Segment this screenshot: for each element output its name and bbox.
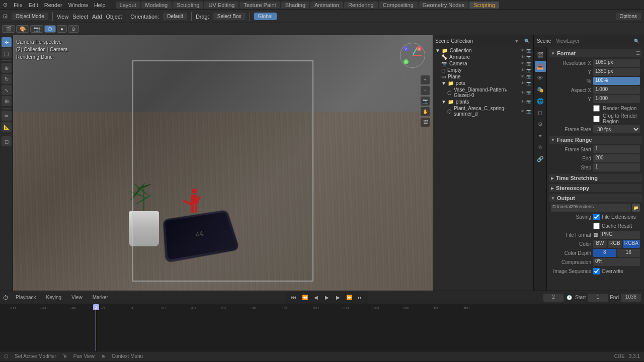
orientation-dropdown[interactable]: Default — [163, 13, 187, 20]
vis-eye[interactable]: 👁 — [520, 68, 525, 72]
compression-value[interactable]: 0% — [593, 258, 640, 266]
props-tab-particles[interactable]: ✦ — [535, 130, 546, 141]
next-keyframe-btn[interactable]: ⏩ — [345, 293, 354, 302]
props-tab-modifier[interactable]: ⚙ — [535, 119, 546, 130]
camera-icon[interactable]: 📷 — [421, 97, 430, 106]
outliner-item[interactable]: ▼ 📁 plants 👁 📷 — [433, 99, 533, 105]
color-rgb-btn[interactable]: RGB — [608, 240, 622, 248]
render-region-checkbox[interactable] — [593, 105, 600, 112]
frame-step-value[interactable]: 1 — [593, 163, 640, 171]
color-rgba-btn[interactable]: RGBA — [623, 240, 640, 248]
current-frame-input[interactable]: 2 — [543, 294, 564, 302]
timeline-cursor[interactable]: 2 — [96, 304, 96, 351]
outliner-item[interactable]: ▼ 📁 Collection 👁 📷 — [433, 47, 533, 54]
tl-keying-btn[interactable]: Keying — [43, 294, 65, 301]
time-stretching-header[interactable]: ▶ Time Stretching — [549, 174, 642, 182]
props-search-icon[interactable]: 🔍 — [632, 37, 641, 46]
outliner-search-icon[interactable]: 🔍 — [522, 37, 531, 46]
select-menu[interactable]: Select — [72, 14, 88, 20]
play-btn[interactable]: ▶ — [323, 293, 332, 302]
zoom-out-icon[interactable]: − — [421, 86, 430, 95]
object-menu[interactable]: Object — [106, 14, 122, 20]
select-tool[interactable]: ⬚ — [2, 48, 12, 58]
props-tab-output[interactable]: 📤 — [535, 61, 546, 72]
timeline-track[interactable]: -80-60-40-200204060801201602002402803203… — [0, 304, 644, 351]
aspect-y-value[interactable]: 1.000 — [593, 95, 640, 103]
add-menu[interactable]: Add — [92, 14, 102, 20]
tab-sculpting[interactable]: Sculpting — [173, 2, 203, 9]
framerate-dropdown[interactable]: 30 fps — [593, 125, 640, 133]
outliner-filter-icon[interactable]: ▼ — [512, 37, 521, 46]
vis-render[interactable]: 📷 — [526, 55, 531, 59]
output-path-input[interactable]: D:\mretal29\renders\ — [551, 204, 631, 212]
prev-frame-btn[interactable]: ◀ — [311, 293, 320, 302]
vis-render[interactable]: 📷 — [526, 81, 531, 85]
prev-keyframe-btn[interactable]: ⏪ — [300, 293, 309, 302]
props-tab-object[interactable]: ◻ — [535, 107, 546, 118]
render-btn[interactable]: 🎬 — [2, 25, 15, 33]
outliner-item[interactable]: ▭ Plane 👁 📷 — [433, 73, 533, 80]
material-btn[interactable]: ● — [57, 25, 67, 33]
tab-geometry-nodes[interactable]: Geometry Nodes — [419, 2, 468, 9]
format-header[interactable]: ▼ Format ☰ — [549, 49, 642, 57]
render-preview-icon[interactable]: 🖼 — [421, 118, 430, 127]
props-tab-view[interactable]: 👁 — [535, 72, 546, 83]
tab-layout[interactable]: Layout — [116, 2, 140, 9]
menu-help[interactable]: Help — [94, 2, 106, 8]
vis-render[interactable]: 📷 — [526, 68, 531, 72]
jump-start-btn[interactable]: ⏮ — [289, 293, 298, 302]
color-btn[interactable]: 🎨 — [16, 25, 29, 33]
frame-start-value[interactable]: 1 — [593, 145, 640, 153]
file-ext-checkbox[interactable] — [593, 214, 600, 220]
move-tool[interactable]: ⊕ — [2, 63, 12, 73]
props-tab-constraints[interactable]: 🔗 — [535, 153, 546, 164]
color-bw-btn[interactable]: BW — [593, 240, 607, 248]
tl-playback-btn[interactable]: Playback — [13, 294, 39, 301]
menu-window[interactable]: Window — [68, 2, 88, 8]
aspect-x-value[interactable]: 1.000 — [593, 86, 640, 94]
tab-modeling[interactable]: Modeling — [141, 2, 172, 9]
format-options-icon[interactable]: ☰ — [636, 51, 640, 56]
res-pct-value[interactable]: 100% — [593, 77, 640, 85]
outliner-item[interactable]: 🦴 Armature 👁 📷 — [433, 54, 533, 60]
tab-animation[interactable]: Animation — [310, 2, 343, 9]
vis-render[interactable]: 📷 — [526, 90, 531, 95]
vis-eye[interactable]: 👁 — [520, 100, 525, 104]
view-menu[interactable]: View — [57, 14, 69, 20]
tab-compositing[interactable]: Compositing — [379, 2, 418, 9]
vis-eye[interactable]: 👁 — [520, 109, 525, 114]
tl-view-btn[interactable]: View — [68, 294, 86, 301]
zoom-in-icon[interactable]: + — [421, 75, 430, 84]
outliner-item[interactable]: ⬡ Vase_Diamond-Pattern-Glazed-0 👁 📷 — [433, 86, 533, 99]
outliner-item[interactable]: ▼ 📁 pots 👁 📷 — [433, 80, 533, 86]
menu-render[interactable]: Render — [44, 2, 62, 8]
object-mode-dropdown[interactable]: Object Mode — [12, 13, 48, 20]
active-tool[interactable]: ⬡ — [44, 25, 56, 33]
vis-eye[interactable]: 👁 — [520, 55, 525, 59]
vis-eye[interactable]: 👁 — [520, 90, 525, 95]
crop-checkbox[interactable] — [593, 116, 600, 122]
res-y-value[interactable]: 1350 px — [593, 68, 640, 76]
tab-scripting[interactable]: Scripting — [469, 2, 499, 9]
output-path-browse[interactable]: 📁 — [632, 204, 640, 212]
drag-mode-dropdown[interactable]: Select Box — [213, 13, 246, 20]
texture-btn[interactable]: 📷 — [30, 25, 43, 33]
3d-viewport[interactable]: 44 Camera Perspective (2) Collec — [13, 35, 433, 291]
gizmo-y-dot[interactable]: Y — [404, 59, 409, 64]
annotate-tool[interactable]: ✏ — [2, 111, 12, 121]
gizmo-z-dot[interactable]: Z — [404, 46, 409, 51]
tab-rendering[interactable]: Rendering — [344, 2, 378, 9]
props-tab-world[interactable]: 🌐 — [535, 96, 546, 107]
overwrite-checkbox[interactable] — [593, 268, 600, 275]
frame-range-header[interactable]: ▼ Frame Range — [549, 136, 642, 144]
hand-pan-icon[interactable]: ✋ — [421, 107, 430, 116]
vis-eye[interactable]: 👁 — [520, 61, 525, 66]
scale-tool[interactable]: ⤡ — [2, 85, 12, 95]
orientation-gizmo[interactable]: X Y Z — [397, 40, 428, 70]
tab-shading[interactable]: Shading — [281, 2, 309, 9]
add-tool[interactable]: ◻ — [2, 136, 12, 146]
vis-eye[interactable]: 👁 — [520, 48, 525, 53]
global-transform-btn[interactable]: Global — [254, 13, 277, 20]
next-frame-btn[interactable]: ▶ — [334, 293, 343, 302]
depth-8-btn[interactable]: 8 — [593, 249, 616, 257]
